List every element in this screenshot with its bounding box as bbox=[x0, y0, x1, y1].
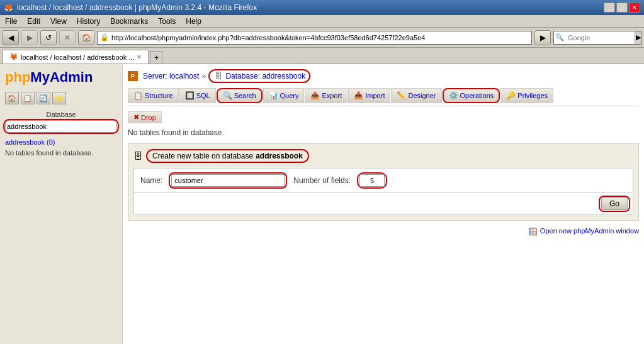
fields-input-container bbox=[357, 172, 387, 189]
sidebar: phpMyAdmin 🏠 📋 🔄 ⭐ Database addressbook … bbox=[0, 64, 123, 344]
tab-query[interactable]: 📊 Query bbox=[263, 88, 305, 103]
drop-label: Drop bbox=[141, 114, 156, 121]
home-button[interactable]: 🏠 bbox=[78, 30, 94, 45]
go-icon: ▶ bbox=[540, 33, 546, 42]
structure-icon: 📋 bbox=[133, 91, 143, 100]
tab-privileges-label: Privileges bbox=[517, 92, 548, 99]
create-table-header: 🗄 Create new table on database addressbo… bbox=[133, 149, 633, 163]
sidebar-star-button[interactable]: ⭐ bbox=[52, 92, 66, 104]
footer-section: 🪟 Open new phpMyAdmin window bbox=[128, 227, 639, 235]
search-tab-icon: 🔍 bbox=[223, 91, 232, 100]
menu-edit[interactable]: Edit bbox=[25, 16, 43, 26]
name-input-container bbox=[169, 172, 287, 189]
database-label: Database bbox=[5, 111, 117, 118]
forward-button[interactable]: ▶ bbox=[21, 30, 38, 45]
tab-search-label: Search bbox=[234, 92, 256, 99]
close-btn[interactable]: ✕ bbox=[629, 3, 640, 13]
tab-close-icon[interactable]: ✕ bbox=[137, 53, 142, 60]
menu-history[interactable]: History bbox=[74, 16, 103, 26]
pma-logo: phpMyAdmin bbox=[5, 69, 117, 86]
table-name-input[interactable] bbox=[171, 174, 285, 187]
browser-tab-active[interactable]: 🦊 localhost / localhost / addressbook ..… bbox=[3, 50, 149, 64]
menu-tools[interactable]: Tools bbox=[155, 16, 178, 26]
tab-structure[interactable]: 📋 Structure bbox=[128, 88, 179, 103]
sidebar-no-tables: No tables found in database. bbox=[5, 149, 117, 157]
tab-designer[interactable]: ✏️ Designer bbox=[391, 88, 441, 103]
sidebar-reload-button[interactable]: 🔄 bbox=[37, 92, 50, 104]
nav-bar: ◀ ▶ ↺ ✕ 🏠 🔒 ▶ 🔍 ▶ bbox=[0, 28, 644, 48]
home-icon: 🏠 bbox=[82, 33, 91, 42]
fields-count-input[interactable] bbox=[359, 174, 385, 187]
new-tab-button[interactable]: + bbox=[150, 51, 162, 64]
breadcrumb: P Server: localhost » 🗄 Database: addres… bbox=[128, 69, 639, 83]
go-row: Go bbox=[133, 193, 633, 215]
menu-help[interactable]: Help bbox=[183, 16, 204, 26]
go-button[interactable]: ▶ bbox=[534, 30, 551, 45]
create-table-section: 🗄 Create new table on database addressbo… bbox=[128, 143, 639, 221]
address-bar[interactable]: 🔒 bbox=[97, 31, 532, 45]
browser-search-input[interactable] bbox=[565, 33, 635, 42]
search-go-button[interactable]: ▶ bbox=[635, 31, 641, 44]
pma-breadcrumb-icon: P bbox=[128, 71, 138, 81]
search-bar: 🔍 ▶ bbox=[553, 31, 641, 45]
import-icon: 📥 bbox=[354, 91, 363, 100]
search-engine-icon: 🔍 bbox=[554, 32, 565, 43]
create-table-text: Create new table on database bbox=[152, 152, 253, 160]
stop-button[interactable]: ✕ bbox=[59, 30, 76, 45]
tab-structure-label: Structure bbox=[145, 92, 173, 99]
tab-label: localhost / localhost / addressbook ... bbox=[21, 53, 134, 61]
address-lock-icon: 🔒 bbox=[100, 33, 109, 42]
reload-button[interactable]: ↺ bbox=[40, 30, 57, 45]
go-button[interactable]: Go bbox=[601, 197, 628, 210]
create-table-icon: 🗄 bbox=[133, 151, 142, 161]
tab-designer-label: Designer bbox=[408, 92, 436, 99]
operations-icon: ⚙️ bbox=[449, 91, 458, 100]
sidebar-list-button[interactable]: 📋 bbox=[21, 92, 35, 104]
drop-icon: ✖ bbox=[133, 113, 139, 121]
menu-view[interactable]: View bbox=[48, 16, 69, 26]
logo-admin: Admin bbox=[50, 69, 93, 85]
sidebar-home-button[interactable]: 🏠 bbox=[5, 92, 19, 104]
window-controls: _ □ ✕ bbox=[604, 3, 640, 13]
breadcrumb-database-name: Database: addressbook bbox=[225, 72, 305, 80]
tab-operations-label: Operations bbox=[460, 92, 494, 99]
minimize-btn[interactable]: _ bbox=[604, 3, 615, 13]
tab-import[interactable]: 📥 Import bbox=[348, 88, 390, 103]
menu-file[interactable]: File bbox=[3, 16, 20, 26]
create-table-db-name: addressbook bbox=[256, 152, 303, 160]
database-select[interactable]: addressbook bbox=[5, 120, 117, 133]
export-icon: 📤 bbox=[310, 91, 320, 100]
no-tables-message: No tables found in database. bbox=[128, 128, 639, 137]
privileges-icon: 🔑 bbox=[506, 91, 516, 100]
tab-import-label: Import bbox=[365, 92, 385, 99]
menu-bar: File Edit View History Bookmarks Tools H… bbox=[0, 15, 644, 28]
query-icon: 📊 bbox=[269, 91, 278, 100]
maximize-btn[interactable]: □ bbox=[616, 3, 628, 13]
breadcrumb-database[interactable]: 🗄 Database: addressbook bbox=[208, 69, 310, 83]
fields-label: Number of fields: bbox=[293, 176, 351, 185]
tab-operations[interactable]: ⚙️ Operations bbox=[443, 88, 500, 103]
stop-icon: ✕ bbox=[64, 33, 71, 42]
new-tab-icon: + bbox=[154, 53, 159, 62]
database-icon: 🗄 bbox=[213, 71, 223, 81]
app-container: phpMyAdmin 🏠 📋 🔄 ⭐ Database addressbook … bbox=[0, 64, 644, 344]
content-area: P Server: localhost » 🗄 Database: addres… bbox=[123, 64, 644, 344]
tab-privileges[interactable]: 🔑 Privileges bbox=[500, 88, 553, 103]
database-link[interactable]: addressbook (0) bbox=[5, 138, 55, 146]
window-title: localhost / localhost / addressbook | ph… bbox=[17, 3, 257, 12]
open-new-window-link[interactable]: Open new phpMyAdmin window bbox=[540, 227, 639, 235]
drop-button[interactable]: ✖ Drop bbox=[128, 111, 162, 123]
footer-icon: 🪟 bbox=[529, 228, 536, 235]
tab-bar: 🦊 localhost / localhost / addressbook ..… bbox=[0, 48, 644, 64]
breadcrumb-server[interactable]: Server: localhost bbox=[143, 72, 199, 80]
sidebar-icons: 🏠 📋 🔄 ⭐ bbox=[5, 92, 117, 104]
tab-sql[interactable]: 🔲 SQL bbox=[179, 88, 216, 103]
sql-icon: 🔲 bbox=[185, 91, 195, 100]
menu-bookmarks[interactable]: Bookmarks bbox=[108, 16, 150, 26]
back-button[interactable]: ◀ bbox=[3, 30, 19, 45]
tab-search[interactable]: 🔍 Search bbox=[217, 88, 263, 103]
logo-my: My bbox=[30, 69, 50, 85]
reload-icon: ↺ bbox=[45, 33, 52, 42]
tab-export[interactable]: 📤 Export bbox=[305, 88, 347, 103]
address-input[interactable] bbox=[111, 34, 529, 42]
